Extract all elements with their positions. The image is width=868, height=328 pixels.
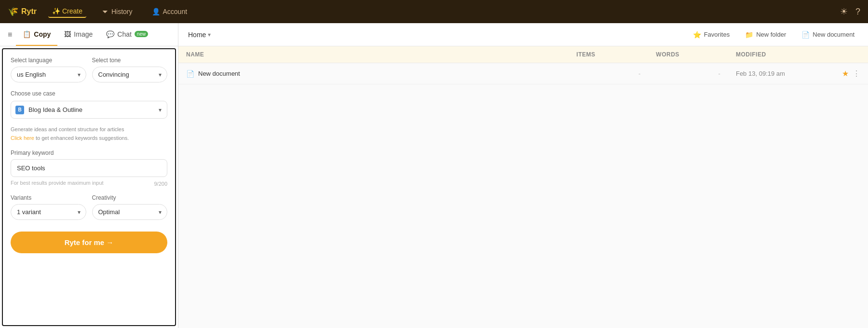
copy-icon: 📋 xyxy=(23,30,31,38)
panel-content: Select language us English UK English Fr… xyxy=(2,48,176,326)
keyword-input[interactable] xyxy=(11,159,167,177)
language-label: Select language xyxy=(11,57,86,64)
nav-create-label: ✨ Create xyxy=(52,7,82,15)
chat-badge: new xyxy=(135,31,148,37)
nav-account-icon: 👤 xyxy=(152,8,160,15)
tab-image[interactable]: 🖼 Image xyxy=(57,23,99,46)
table-row: 📄 New document - - Feb 13, 09:19 am ★ ⋮ xyxy=(178,63,868,84)
breadcrumb[interactable]: Home ▾ xyxy=(188,31,211,39)
variants-select[interactable]: 1 variant 2 variants 3 variants xyxy=(11,204,86,220)
doc-star-icon[interactable]: ★ xyxy=(842,69,849,78)
tone-group: Select tone Convincing Formal Casual Pro… xyxy=(92,57,168,82)
language-group: Select language us English UK English Fr… xyxy=(11,57,86,82)
tab-copy-label: Copy xyxy=(34,30,51,38)
keyword-input-wrapper xyxy=(11,159,167,177)
new-document-label: New document xyxy=(813,31,854,38)
nav-history[interactable]: ⏷ History xyxy=(98,6,136,17)
use-case-select-wrapper: B Blog Idea & Outline Blog Section Writi… xyxy=(11,101,167,119)
nav-create[interactable]: ✨ Create xyxy=(48,5,86,18)
tab-chat-label: Chat xyxy=(117,30,132,38)
breadcrumb-arrow: ▾ xyxy=(208,31,211,38)
nav-account-label: Account xyxy=(163,8,188,15)
left-sidebar: ≡ 📋 Copy 🖼 Image 💬 Chat new Select langu… xyxy=(0,23,178,328)
main-layout: ≡ 📋 Copy 🖼 Image 💬 Chat new Select langu… xyxy=(0,23,868,328)
tone-label: Select tone xyxy=(92,57,168,64)
right-header: Home ▾ ⭐ Favorites 📁 New folder 📄 New do… xyxy=(178,23,868,46)
doc-table-container: NAME ITEMS WORDS MODIFIED xyxy=(178,46,868,84)
sun-icon[interactable]: ☀ xyxy=(840,6,848,17)
keyword-section: Primary keyword For best results provide… xyxy=(11,150,167,187)
use-case-description: Generate ideas and content structure for… xyxy=(11,124,167,142)
variants-select-wrapper: 1 variant 2 variants 3 variants xyxy=(11,204,86,220)
tone-select[interactable]: Convincing Formal Casual Professional xyxy=(92,67,168,82)
doc-file-icon: 📄 xyxy=(186,70,194,78)
col-actions-header xyxy=(834,46,868,63)
tab-copy[interactable]: 📋 Copy xyxy=(16,23,57,46)
logo[interactable]: 🌾 Rytr xyxy=(8,6,37,17)
doc-modified: Feb 13, 09:19 am xyxy=(728,63,834,84)
doc-name[interactable]: New document xyxy=(198,70,240,77)
use-case-select[interactable]: Blog Idea & Outline Blog Section Writing… xyxy=(11,101,167,119)
favorites-label: Favorites xyxy=(704,31,730,38)
nav-history-label: History xyxy=(111,8,133,15)
tone-select-wrapper: Convincing Formal Casual Professional xyxy=(92,67,168,82)
desc-text: Generate ideas and content structure for… xyxy=(11,126,124,132)
char-count: 9/200 xyxy=(154,181,167,187)
star-icon: ⭐ xyxy=(693,31,701,39)
doc-words: - xyxy=(648,63,728,84)
language-tone-row: Select language us English UK English Fr… xyxy=(11,57,167,82)
creativity-select-wrapper: Optimal Low Medium High xyxy=(92,204,168,220)
new-folder-btn[interactable]: 📁 New folder xyxy=(741,29,790,41)
col-items-header: ITEMS xyxy=(569,46,648,63)
app-name: Rytr xyxy=(21,7,37,16)
doc-icon: 📄 xyxy=(801,31,810,39)
creativity-group: Creativity Optimal Low Medium High xyxy=(92,194,168,220)
doc-table: NAME ITEMS WORDS MODIFIED xyxy=(178,46,868,84)
tab-image-label: Image xyxy=(74,30,93,38)
new-folder-label: New folder xyxy=(756,31,786,38)
variants-creativity-row: Variants 1 variant 2 variants 3 variants… xyxy=(11,194,167,220)
language-select-wrapper: us English UK English French Spanish xyxy=(11,67,86,82)
top-nav: 🌾 Rytr ✨ Create ⏷ History 👤 Account ☀ ? xyxy=(0,0,868,23)
ryte-button[interactable]: Ryte for me → xyxy=(11,232,167,253)
nav-right: ☀ ? xyxy=(840,6,860,17)
variants-group: Variants 1 variant 2 variants 3 variants xyxy=(11,194,86,220)
image-icon: 🖼 xyxy=(64,30,71,38)
nav-history-icon: ⏷ xyxy=(102,8,108,15)
col-modified-header: MODIFIED xyxy=(728,46,834,63)
col-name-header: NAME xyxy=(178,46,569,63)
click-here-link[interactable]: Click here xyxy=(11,135,34,141)
ryte-button-label: Ryte for me → xyxy=(65,238,114,246)
header-actions: ⭐ Favorites 📁 New folder 📄 New document xyxy=(689,29,858,41)
tab-chat[interactable]: 💬 Chat new xyxy=(99,23,155,46)
use-case-label: Choose use case xyxy=(11,90,167,97)
breadcrumb-home: Home xyxy=(188,31,206,39)
doc-name-cell: 📄 New document xyxy=(178,63,569,84)
variants-label: Variants xyxy=(11,194,86,201)
help-icon[interactable]: ? xyxy=(855,7,860,17)
use-case-section: Choose use case B Blog Idea & Outline Bl… xyxy=(11,90,167,142)
right-panel: Home ▾ ⭐ Favorites 📁 New folder 📄 New do… xyxy=(178,23,868,328)
favorites-btn[interactable]: ⭐ Favorites xyxy=(689,29,733,41)
nav-account[interactable]: 👤 Account xyxy=(148,6,191,17)
table-header-row: NAME ITEMS WORDS MODIFIED xyxy=(178,46,868,63)
keyword-label: Primary keyword xyxy=(11,150,167,156)
doc-table-body: 📄 New document - - Feb 13, 09:19 am ★ ⋮ xyxy=(178,63,868,84)
folder-icon: 📁 xyxy=(745,31,753,39)
tabs: ≡ 📋 Copy 🖼 Image 💬 Chat new xyxy=(0,23,178,46)
doc-more-icon[interactable]: ⋮ xyxy=(853,69,860,78)
creativity-label: Creativity xyxy=(92,194,168,201)
new-document-btn[interactable]: 📄 New document xyxy=(798,29,858,41)
doc-actions-cell: ★ ⋮ xyxy=(834,63,868,84)
chat-icon: 💬 xyxy=(106,30,114,38)
hint-text: For best results provide maximum input xyxy=(11,180,104,187)
logo-icon: 🌾 xyxy=(8,6,18,17)
doc-items: - xyxy=(569,63,648,84)
language-select[interactable]: us English UK English French Spanish xyxy=(11,67,86,82)
link-suffix: to get enhanced keywords suggestions. xyxy=(34,135,129,141)
hamburger-icon[interactable]: ≡ xyxy=(4,30,16,39)
creativity-select[interactable]: Optimal Low Medium High xyxy=(92,204,168,220)
col-words-header: WORDS xyxy=(648,46,728,63)
